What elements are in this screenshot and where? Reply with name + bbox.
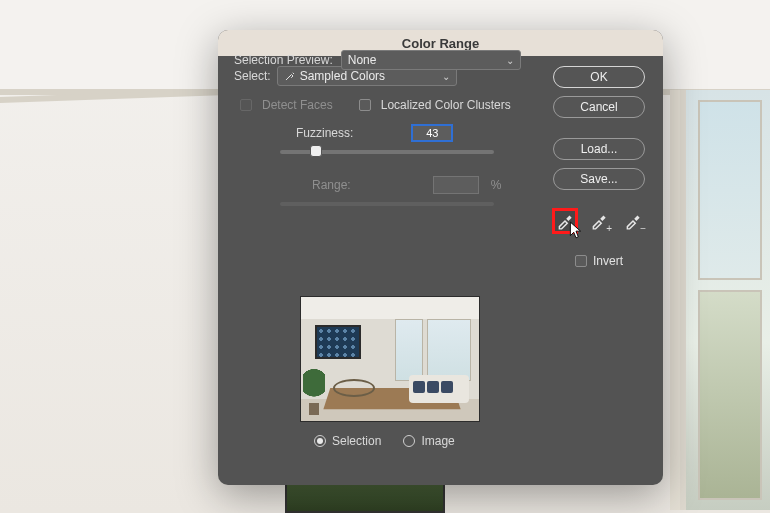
eyedropper-add-tool[interactable]: + (586, 208, 612, 234)
select-value: Sampled Colors (300, 69, 385, 83)
selection-preview-dropdown[interactable]: None ⌄ (341, 50, 521, 70)
chevron-down-icon: ⌄ (442, 71, 450, 82)
cancel-label: Cancel (580, 100, 617, 114)
cursor-arrow-icon (567, 221, 585, 239)
ok-label: OK (590, 70, 607, 84)
plus-badge: + (606, 224, 612, 234)
fuzziness-slider[interactable] (280, 150, 494, 154)
localized-clusters-label: Localized Color Clusters (381, 98, 511, 112)
pv-sofa (409, 375, 469, 403)
radio-image-label: Image (421, 434, 454, 448)
range-input (433, 176, 479, 194)
pv-window2 (395, 319, 423, 381)
radio-image[interactable]: Image (403, 434, 454, 448)
range-unit: % (491, 178, 502, 192)
load-button[interactable]: Load... (553, 138, 645, 160)
radio-selection-label: Selection (332, 434, 381, 448)
eyedropper-tool[interactable] (552, 208, 578, 234)
preview-image[interactable] (300, 296, 480, 422)
radio-selection-indicator (314, 435, 326, 447)
detect-faces-label: Detect Faces (262, 98, 333, 112)
save-label: Save... (580, 172, 617, 186)
selection-preview-value: None (348, 53, 377, 67)
invert-checkbox[interactable] (575, 255, 587, 267)
localized-clusters-checkbox[interactable] (359, 99, 371, 111)
select-label: Select: (234, 69, 271, 83)
fuzziness-label: Fuzziness: (296, 126, 353, 140)
save-button[interactable]: Save... (553, 168, 645, 190)
pv-wallart (315, 325, 361, 359)
fuzziness-input[interactable] (411, 124, 453, 142)
minus-badge: − (640, 224, 646, 234)
pv-table (333, 379, 375, 397)
detect-faces-checkbox (240, 99, 252, 111)
selection-preview-label: Selection Preview: (234, 53, 333, 67)
load-label: Load... (581, 142, 618, 156)
fuzziness-thumb[interactable] (310, 145, 322, 157)
color-range-dialog: Color Range Select: Sampled Colors ⌄ Det… (218, 30, 663, 485)
bg-window-pane2 (698, 290, 762, 500)
invert-label: Invert (593, 254, 623, 268)
ok-button[interactable]: OK (553, 66, 645, 88)
chevron-down-icon: ⌄ (506, 55, 514, 66)
radio-selection[interactable]: Selection (314, 434, 381, 448)
pv-ceiling (301, 297, 479, 319)
radio-image-indicator (403, 435, 415, 447)
range-label: Range: (312, 178, 351, 192)
dialog-title: Color Range (402, 36, 479, 51)
pv-window (427, 319, 471, 381)
eyedropper-subtract-tool[interactable]: − (620, 208, 646, 234)
bg-window-pane (698, 100, 762, 280)
cancel-button[interactable]: Cancel (553, 96, 645, 118)
eyedropper-icon (284, 70, 296, 82)
pv-plant (303, 369, 325, 415)
range-slider (280, 202, 494, 206)
bg-window (680, 90, 770, 510)
